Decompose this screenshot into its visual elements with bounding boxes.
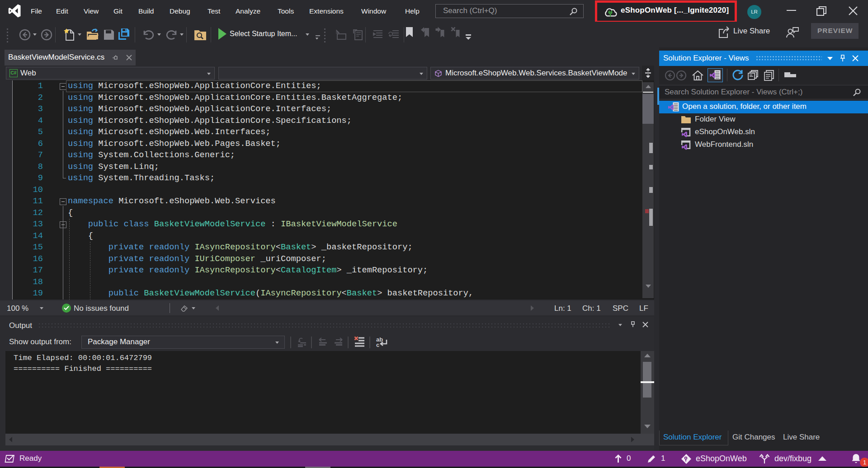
svg-text:c: c bbox=[376, 342, 379, 348]
